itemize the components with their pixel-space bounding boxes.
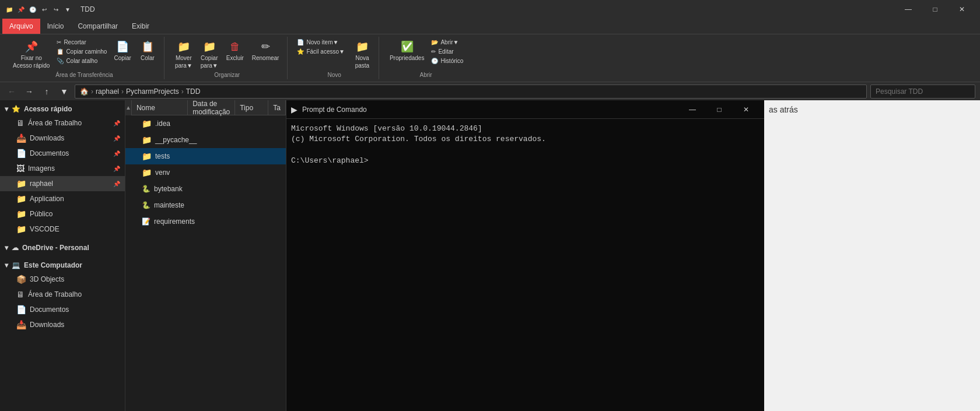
ribbon-tabs: Arquivo Início Compartilhar Exibir — [0, 19, 980, 34]
sidebar-section-computer[interactable]: ▾ 💻 Este Computador — [0, 259, 125, 272]
raphael-label: raphael — [30, 180, 53, 188]
delete-icon: 🗑 — [228, 40, 242, 54]
path-pycharm[interactable]: PycharmProjects — [126, 87, 179, 96]
sidebar-item-raphael[interactable]: 📁 raphael 📌 — [0, 176, 125, 191]
right-strip-text: as atrás — [764, 100, 980, 119]
ribbon-organize-buttons: 📁 Mover para▼ 📁 Copiar para▼ 🗑 Excluir ✏… — [172, 38, 283, 71]
main-area: ▾ ⭐ Acesso rápido 🖥 Área de Trabalho 📌 📥… — [0, 100, 980, 411]
desktop2-label: Área de Trabalho — [28, 290, 82, 298]
downloads-folder-icon: 📥 — [16, 134, 26, 143]
minimize-button[interactable]: — — [895, 0, 922, 19]
publico-label: Público — [30, 210, 52, 218]
tab-inicio[interactable]: Início — [40, 19, 71, 34]
tab-arquivo[interactable]: Arquivo — [2, 19, 40, 34]
title-bar-icons: 📁 📌 🕑 ↩ ↪ ▼ — [5, 5, 72, 14]
properties-button[interactable]: ✅ Propriedades — [386, 38, 428, 63]
recent-locations-button[interactable]: ▼ — [57, 85, 71, 99]
address-path[interactable]: 🏠 › raphael › PycharmProjects › TDD — [75, 85, 867, 99]
move-icon: 📁 — [177, 40, 191, 54]
chevron-icon-computer: ▾ — [5, 261, 8, 269]
tab-exibir[interactable]: Exibir — [125, 19, 156, 34]
sidebar-item-documents2[interactable]: 📄 Documentos — [0, 302, 125, 317]
table-row[interactable]: 📁 tests 09/05/2023 19:17 Pasta de arquiv… — [125, 148, 286, 164]
col-header-name[interactable]: Nome — [132, 100, 188, 115]
sidebar-item-documents[interactable]: 📄 Documentos 📌 — [0, 146, 125, 161]
sidebar-item-desktop[interactable]: 🖥 Área de Trabalho 📌 — [0, 115, 125, 131]
cut-button[interactable]: ✂ Recortar — [54, 38, 109, 47]
open-group-label: Abrir — [420, 72, 432, 78]
rename-icon: ✏ — [258, 40, 272, 54]
sidebar-item-publico[interactable]: 📁 Público — [0, 206, 125, 222]
copy-to-button[interactable]: 📁 Copiar para▼ — [197, 38, 222, 71]
history-button[interactable]: 🕑 Histórico — [429, 57, 466, 65]
cmd-minimize[interactable]: — — [679, 100, 706, 119]
clipboard-group-label: Área de Transferência — [55, 72, 113, 78]
window-title: TDD — [80, 5, 95, 13]
sidebar-item-desktop2[interactable]: 🖥 Área de Trabalho — [0, 287, 125, 302]
cmd-maximize[interactable]: □ — [706, 100, 733, 119]
col-header-size[interactable]: Ta — [268, 100, 286, 115]
sidebar-section-onedrive[interactable]: ▾ ☁ OneDrive - Personal — [0, 241, 125, 254]
sidebar-section-quick-access[interactable]: ▾ ⭐ Acesso rápido — [0, 103, 125, 115]
move-button[interactable]: 📁 Mover para▼ — [172, 38, 196, 71]
forward-button[interactable]: → — [22, 85, 36, 99]
paste-shortcut-button[interactable]: 📎 Colar atalho — [54, 57, 109, 65]
sidebar-item-application[interactable]: 📁 Application — [0, 191, 125, 206]
tab-compartilhar[interactable]: Compartilhar — [71, 19, 125, 34]
col-header-type[interactable]: Tipo — [235, 100, 268, 115]
cmd-title: Prompt de Comando — [302, 106, 674, 114]
edit-button[interactable]: ✏ Editar — [429, 47, 466, 56]
sidebar-item-3dobjects[interactable]: 📦 3D Objects — [0, 272, 125, 287]
images-label: Imagens — [28, 164, 55, 173]
py-icon-bytebank: 🐍 — [142, 185, 150, 193]
file-name-tests: 📁 tests — [137, 148, 286, 164]
file-name-venv: 📁 venv — [137, 164, 286, 180]
desktop2-icon: 🖥 — [16, 290, 24, 299]
new-item-button[interactable]: 📄 Novo item▼ — [295, 38, 346, 47]
up-button[interactable]: ↑ — [40, 85, 54, 99]
sidebar-item-vscode[interactable]: 📁 VSCODE — [0, 222, 125, 237]
desktop-folder-icon: 🖥 — [16, 118, 24, 128]
table-row[interactable]: 📁 __pycache__ 28/04/2023 17:14 Pasta de … — [125, 132, 286, 148]
sidebar-item-downloads[interactable]: 📥 Downloads 📌 — [0, 131, 125, 146]
table-row[interactable]: 🐍 bytebank 09/05/2023 19:10 Arquivo Font… — [125, 181, 286, 197]
quick-access-icon[interactable]: 📌 — [16, 5, 26, 14]
path-tdd[interactable]: TDD — [186, 87, 201, 96]
delete-button[interactable]: 🗑 Excluir — [223, 38, 247, 63]
undo-icon[interactable]: ↩ — [40, 5, 49, 14]
recent-icon[interactable]: 🕑 — [28, 5, 37, 14]
paste-icon: 📋 — [141, 40, 155, 54]
sidebar-item-images[interactable]: 🖼 Imagens 📌 — [0, 161, 125, 176]
back-button[interactable]: ← — [5, 85, 19, 99]
maximize-button[interactable]: □ — [922, 0, 949, 19]
path-raphael[interactable]: raphael — [96, 87, 119, 96]
file-name-bytebank: 🐍 bytebank — [137, 181, 286, 196]
ribbon-group-new: 📄 Novo item▼ ⭐ Fácil acesso▼ 📁 Nova past… — [290, 37, 379, 79]
col-header-date[interactable]: Data de modificação — [188, 100, 235, 115]
ribbon-group-clipboard: 📌 Fixar no Acesso rápido ✂ Recortar 📋 Co… — [5, 37, 164, 79]
table-row[interactable]: 📝 requirements 03/05/2023 21:33 Document… — [125, 213, 286, 230]
search-input[interactable] — [870, 85, 975, 99]
cmd-body[interactable]: Microsoft Windows [versão 10.0.19044.284… — [286, 119, 764, 411]
rename-button[interactable]: ✏ Renomear — [249, 38, 283, 63]
close-button[interactable]: ✕ — [949, 0, 975, 19]
table-row[interactable]: 📁 venv 03/05/2023 21:56 Pasta de arquivo… — [125, 164, 286, 181]
sidebar-item-downloads2[interactable]: 📥 Downloads — [0, 317, 125, 332]
table-row[interactable]: 🐍 mainteste 03/05/2023 20:48 Arquivo Fon… — [125, 197, 286, 213]
copy-path-button[interactable]: 📋 Copiar caminho — [54, 47, 109, 56]
ribbon-new-col: 📄 Novo item▼ ⭐ Fácil acesso▼ — [295, 38, 346, 56]
paste-button[interactable]: 📋 Colar — [136, 38, 159, 63]
open-button[interactable]: 📂 Abrir▼ — [429, 38, 466, 47]
py-icon-mainteste: 🐍 — [142, 201, 150, 209]
table-row[interactable]: 📁 .idea 10/05/2023 21:19 Pasta de arquiv… — [125, 115, 286, 132]
chevron-icon-onedrive: ▾ — [5, 244, 8, 252]
more-icon[interactable]: ▼ — [63, 5, 72, 14]
ribbon-clipboard-main: 📌 Fixar no Acesso rápido ✂ Recortar 📋 Co… — [9, 38, 159, 71]
new-folder-button[interactable]: 📁 Nova pasta — [351, 38, 374, 71]
copy-button[interactable]: 📄 Copiar — [110, 38, 134, 63]
ribbon-new-buttons: 📄 Novo item▼ ⭐ Fácil acesso▼ 📁 Nova past… — [295, 38, 373, 71]
redo-icon[interactable]: ↪ — [51, 5, 61, 14]
pin-button[interactable]: 📌 Fixar no Acesso rápido — [9, 38, 53, 71]
easy-access-button[interactable]: ⭐ Fácil acesso▼ — [295, 47, 346, 56]
cmd-close[interactable]: ✕ — [733, 100, 760, 119]
